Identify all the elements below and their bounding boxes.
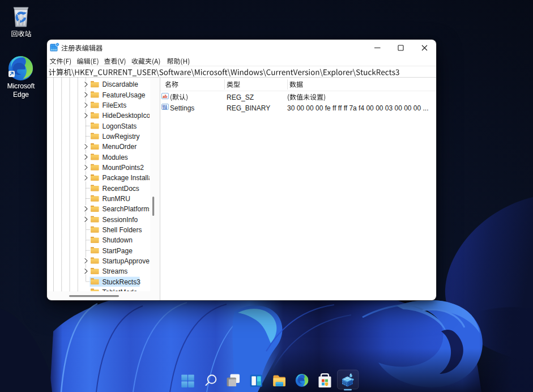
svg-text:SessionInfo: SessionInfo	[103, 216, 138, 224]
svg-text:REG_SZ: REG_SZ	[227, 93, 254, 101]
svg-text:StartupApproved: StartupApproved	[103, 257, 153, 265]
svg-text:MountPoints2: MountPoints2	[103, 164, 144, 172]
svg-text:StuckRects3: StuckRects3	[103, 278, 141, 286]
svg-text:Modules: Modules	[103, 154, 128, 161]
svg-text:Streams: Streams	[103, 267, 128, 275]
svg-text:SearchPlatforms: SearchPlatforms	[103, 205, 153, 213]
svg-text:RecentDocs: RecentDocs	[103, 185, 139, 193]
svg-text:ab: ab	[163, 94, 168, 99]
svg-text:FileExts: FileExts	[103, 101, 127, 109]
svg-text:30 00 00 00 fe ff ff ff 7a f4: 30 00 00 00 fe ff ff ff 7a f4 00 00 03 0…	[287, 104, 429, 112]
svg-text:110: 110	[163, 107, 167, 110]
svg-text:Shell Folders: Shell Folders	[103, 226, 142, 234]
svg-text:RunMRU: RunMRU	[103, 195, 130, 203]
svg-text:FeatureUsage: FeatureUsage	[103, 91, 146, 99]
svg-text:HideDesktopIcons: HideDesktopIcons	[103, 112, 157, 120]
svg-text:LowRegistry: LowRegistry	[103, 133, 140, 140]
svg-text:LogonStats: LogonStats	[103, 122, 137, 130]
svg-text:Shutdown: Shutdown	[103, 236, 133, 244]
svg-text:Discardable: Discardable	[103, 80, 139, 88]
svg-text:Settings: Settings	[170, 104, 194, 112]
svg-text:MenuOrder: MenuOrder	[103, 143, 137, 151]
svg-text:StartPage: StartPage	[103, 247, 133, 255]
svg-text:REG_BINARY: REG_BINARY	[227, 104, 270, 112]
